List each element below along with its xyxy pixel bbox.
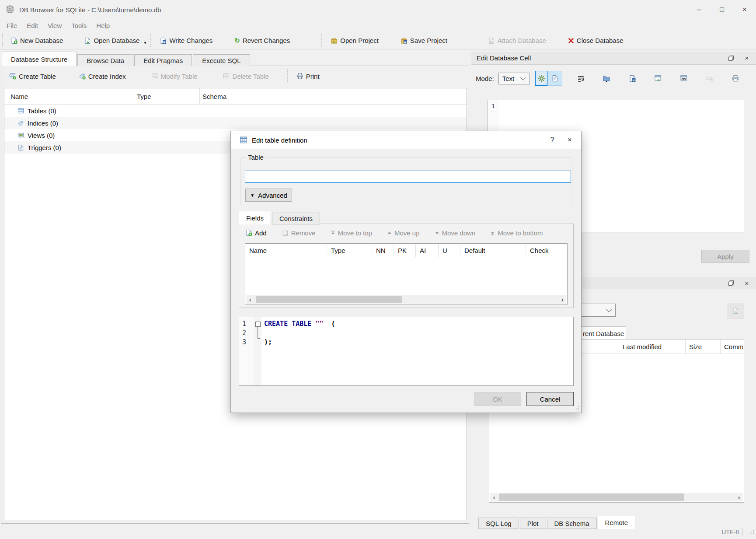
modify-table-button[interactable]: Modify Table (146, 69, 203, 83)
scroll-left-icon[interactable]: ‹ (490, 494, 498, 501)
fields-tab-panel: Add Remove Move to top Move up Move down… (239, 224, 574, 308)
tab-constraints[interactable]: Constraints (272, 213, 320, 224)
create-index-button[interactable]: Create Index (73, 69, 131, 83)
column-header-pk[interactable]: PK (394, 244, 416, 257)
float-panel-icon[interactable] (726, 53, 736, 63)
dialog-resize-grip[interactable] (574, 406, 579, 411)
save-project-button[interactable]: Save Project (395, 34, 453, 48)
schema-tree-header: Name Type Schema (4, 88, 467, 105)
column-header-check[interactable]: Check (526, 244, 567, 257)
encoding-indicator[interactable]: UTF-8 (721, 528, 743, 536)
save-export-icon-button[interactable] (625, 71, 640, 86)
table-definition-icon (240, 136, 247, 144)
tab-browse-data[interactable]: Browse Data (77, 54, 133, 66)
menu-view[interactable]: View (43, 19, 66, 32)
toolbar-separator (287, 69, 288, 83)
dialog-close-button[interactable]: × (561, 131, 578, 149)
create-table-icon (9, 73, 16, 80)
apply-button[interactable]: Apply (701, 250, 749, 263)
advanced-button[interactable]: ▼ Advanced (245, 189, 292, 202)
table-group-label: Table (246, 154, 265, 161)
column-header-commit[interactable]: Comm (721, 340, 744, 354)
toolbar-separator (321, 34, 322, 48)
set-null-icon-button[interactable] (702, 71, 717, 86)
revert-changes-button[interactable]: ↻ Revert Changes (229, 34, 295, 48)
column-header-schema[interactable]: Schema (200, 88, 467, 104)
move-to-top-button[interactable]: Move to top (331, 229, 372, 237)
edit-table-definition-dialog: Edit table definition ? × Table ▼ Advanc… (230, 131, 582, 413)
tab-edit-pragmas[interactable]: Edit Pragmas (134, 54, 192, 66)
column-header-name[interactable]: Name (4, 88, 134, 104)
maximize-button[interactable]: □ (711, 0, 733, 19)
upload-database-button[interactable] (727, 303, 744, 318)
open-database-dropdown[interactable]: ▼ (143, 41, 147, 45)
column-header-size[interactable]: Size (686, 340, 721, 354)
remove-field-button[interactable]: Remove (282, 229, 316, 237)
tab-execute-sql[interactable]: Execute SQL (193, 54, 250, 66)
menu-edit[interactable]: Edit (22, 19, 43, 32)
cancel-button[interactable]: Cancel (526, 392, 574, 406)
remote-list-hscrollbar[interactable]: ‹ › (490, 493, 743, 501)
column-header-nn[interactable]: NN (372, 244, 394, 257)
mode-select[interactable]: Text (498, 73, 530, 84)
column-header-u[interactable]: U (439, 244, 460, 257)
print-button[interactable]: Print (291, 69, 325, 83)
column-header-last-modified[interactable]: Last modified (619, 340, 686, 354)
scroll-left-icon[interactable]: ‹ (246, 296, 254, 303)
column-header-ai[interactable]: AI (416, 244, 439, 257)
write-changes-button[interactable]: Write Changes (154, 34, 218, 48)
close-button[interactable]: × (733, 0, 756, 19)
column-header-default[interactable]: Default (460, 244, 526, 257)
sql-preview: 1 2 3 − CREATE TABLE "" ( ); (239, 317, 574, 386)
toolbar-separator (150, 34, 151, 48)
move-up-button[interactable]: Move up (387, 229, 420, 237)
close-database-button[interactable]: Close Database (563, 34, 629, 48)
tab-fields[interactable]: Fields (239, 211, 271, 224)
column-header-name[interactable]: Name (245, 244, 327, 257)
dialog-help-button[interactable]: ? (543, 131, 561, 149)
window-resize-grip[interactable] (749, 529, 754, 535)
minimize-button[interactable]: – (688, 0, 711, 19)
auto-apply-toggle-button[interactable] (535, 71, 547, 86)
print-cell-icon-button[interactable] (728, 71, 743, 86)
tab-database-structure[interactable]: Database Structure (2, 52, 77, 66)
table-name-input[interactable] (245, 171, 571, 183)
fields-table-hscrollbar[interactable]: ‹ › (246, 295, 566, 304)
close-panel-icon[interactable]: × (742, 278, 752, 288)
open-project-button[interactable]: Open Project (325, 34, 384, 48)
scrollbar-thumb[interactable] (499, 494, 684, 501)
column-header-type[interactable]: Type (134, 88, 200, 104)
move-to-bottom-button[interactable]: Move to bottom (490, 229, 543, 237)
tree-row-indices[interactable]: Indices (0) (4, 117, 467, 129)
export-window-icon-button[interactable] (651, 71, 665, 86)
fields-table-header: Name Type NN PK AI U Default Check (245, 244, 567, 257)
mode-label: Mode: (476, 75, 494, 82)
attach-database-button[interactable]: Attach Database (483, 34, 551, 48)
menu-file[interactable]: File (2, 19, 22, 32)
menu-tools[interactable]: Tools (66, 19, 91, 32)
scroll-right-icon[interactable]: › (735, 494, 743, 501)
new-database-button[interactable]: New Database (5, 34, 68, 48)
move-up-icon (387, 231, 392, 235)
link-window-icon-button[interactable] (676, 71, 691, 86)
tree-row-tables[interactable]: Tables (0) (4, 105, 467, 117)
import-open-icon-button[interactable] (599, 71, 614, 86)
delete-table-button[interactable]: Delete Table (218, 69, 274, 83)
scroll-right-icon[interactable]: › (558, 296, 566, 303)
open-database-button[interactable]: Open Database (79, 34, 145, 48)
column-header-type[interactable]: Type (327, 244, 372, 257)
sql-line-numbers: 1 2 3 (239, 317, 254, 385)
move-down-button[interactable]: Move down (435, 229, 476, 237)
scrollbar-thumb[interactable] (256, 296, 402, 303)
ok-button[interactable]: OK (474, 392, 521, 406)
create-table-button[interactable]: Create Table (4, 69, 61, 83)
word-wrap-icon-button[interactable] (573, 71, 588, 86)
add-field-button[interactable]: Add (245, 229, 267, 237)
text-mode-icon-button[interactable] (547, 71, 562, 86)
close-panel-icon[interactable]: × (742, 53, 752, 63)
fold-marker-icon[interactable]: − (255, 322, 261, 327)
float-panel-icon[interactable] (726, 278, 736, 288)
open-project-icon (331, 37, 338, 44)
menu-help[interactable]: Help (91, 19, 115, 32)
toolbar-grip[interactable] (1, 34, 3, 47)
